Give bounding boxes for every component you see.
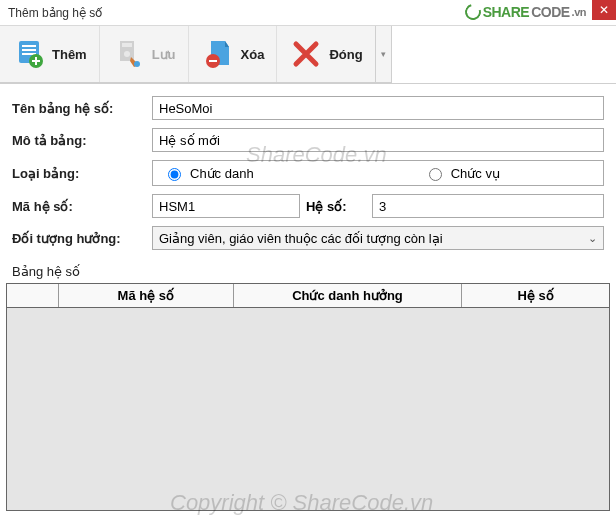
close-label: Đóng: [329, 47, 362, 62]
doi-tuong-select[interactable]: Giảng viên, giáo viên thuộc các đối tượn…: [152, 226, 604, 250]
toolbar-group: Thêm Lưu: [0, 26, 376, 83]
window-close-button[interactable]: ✕: [592, 0, 616, 20]
svg-rect-2: [22, 49, 36, 51]
close-icon: ✕: [599, 4, 609, 16]
he-so-input[interactable]: [372, 194, 604, 218]
label-ten-bang: Tên bảng hệ số:: [12, 101, 146, 116]
radio-chuc-vu-input[interactable]: [429, 168, 442, 181]
logo-swirl-icon: [462, 1, 484, 23]
toolbar: Thêm Lưu: [0, 26, 616, 84]
window-title: Thêm bảng hệ số: [8, 6, 102, 20]
label-he-so: Hệ số:: [306, 199, 366, 214]
svg-point-9: [124, 51, 130, 57]
close-button[interactable]: Đóng: [277, 26, 374, 82]
svg-rect-1: [22, 45, 36, 47]
delete-label: Xóa: [241, 47, 265, 62]
svg-rect-8: [122, 43, 132, 47]
radio-chuc-danh-input[interactable]: [168, 168, 181, 181]
svg-point-10: [134, 61, 140, 67]
add-icon: [12, 37, 46, 71]
form-area: Tên bảng hệ số: Mô tả bảng: Loại bảng: C…: [0, 84, 616, 262]
grid-bang-he-so[interactable]: Mã hệ số Chức danh hưởng Hệ số: [6, 283, 610, 511]
delete-icon: [201, 37, 235, 71]
mo-ta-input[interactable]: [152, 128, 604, 152]
radio-chuc-vu[interactable]: Chức vụ: [424, 165, 500, 181]
radio-chuc-danh[interactable]: Chức danh: [163, 165, 254, 181]
label-doi-tuong: Đối tượng hưởng:: [12, 231, 146, 246]
close-x-icon: [289, 37, 323, 71]
add-button[interactable]: Thêm: [0, 26, 100, 82]
section-bang-he-so: Bảng hệ số: [0, 262, 616, 283]
sharecode-logo: SHARECODE.vn: [465, 4, 586, 20]
toolbar-overflow-button[interactable]: ▾: [376, 26, 392, 83]
ten-bang-input[interactable]: [152, 96, 604, 120]
delete-button[interactable]: Xóa: [189, 26, 278, 82]
grid-col-hs: Hệ số: [462, 284, 609, 307]
grid-header: Mã hệ số Chức danh hưởng Hệ số: [7, 284, 609, 308]
label-ma-he-so: Mã hệ số:: [12, 199, 146, 214]
grid-col-ma: Mã hệ số: [59, 284, 234, 307]
grid-body: [7, 308, 609, 510]
chevron-down-icon: ⌄: [588, 232, 597, 245]
grid-col-index: [7, 284, 59, 307]
svg-rect-12: [209, 60, 217, 62]
label-loai-bang: Loại bảng:: [12, 166, 146, 181]
add-label: Thêm: [52, 47, 87, 62]
grid-col-chuc: Chức danh hưởng: [234, 284, 463, 307]
save-icon: [112, 37, 146, 71]
loai-bang-group: Chức danh Chức vụ: [152, 160, 604, 186]
doi-tuong-value: Giảng viên, giáo viên thuộc các đối tượn…: [159, 231, 443, 246]
titlebar: Thêm bảng hệ số SHARECODE.vn ✕: [0, 0, 616, 26]
label-mo-ta: Mô tả bảng:: [12, 133, 146, 148]
save-button[interactable]: Lưu: [100, 26, 189, 82]
save-label: Lưu: [152, 47, 176, 62]
ma-he-so-input[interactable]: [152, 194, 300, 218]
svg-rect-6: [32, 60, 40, 62]
chevron-down-icon: ▾: [381, 49, 386, 59]
